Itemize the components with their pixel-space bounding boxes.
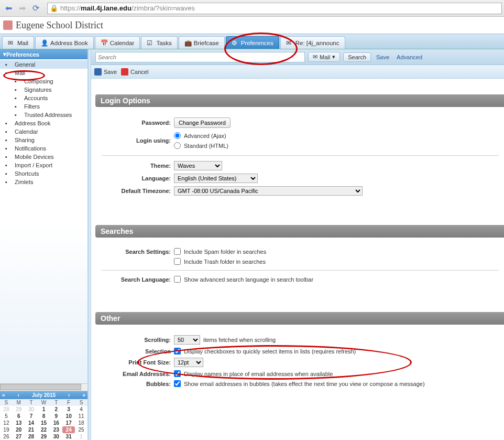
cal-day[interactable]: 25 <box>75 426 87 433</box>
search-button[interactable]: Search <box>343 52 371 62</box>
cal-day[interactable]: 30 <box>25 406 38 413</box>
save-toolbar: Save Cancel <box>91 65 504 79</box>
cal-day[interactable]: 11 <box>75 413 87 420</box>
bubbles-checkbox[interactable] <box>174 380 181 387</box>
tree-icon: ▪ <box>5 128 13 135</box>
tab-briefcase[interactable]: 💼Briefcase <box>179 36 225 49</box>
sidebar-hscrollbar[interactable] <box>0 383 87 391</box>
cal-day[interactable]: 4 <box>75 406 87 413</box>
tree-label: Mail <box>15 70 25 76</box>
cal-day[interactable]: 24 <box>62 426 75 433</box>
tab-address-book[interactable]: 👤Address Book <box>35 36 94 49</box>
login-standard-radio[interactable] <box>174 142 181 149</box>
tab-tasks[interactable]: ☑Tasks <box>141 36 177 49</box>
cancel-button[interactable]: Cancel <box>121 68 148 76</box>
tab-calendar[interactable]: 📅Calendar <box>95 36 140 49</box>
theme-select[interactable]: Waves <box>174 161 222 170</box>
calendar-grid: SMTWTFS 28293012345678910111213141516171… <box>0 399 87 440</box>
display-names-checkbox[interactable] <box>174 370 181 377</box>
cal-day[interactable]: 12 <box>0 420 13 426</box>
sidebar-item-address-book[interactable]: ▪Address Book <box>0 119 87 127</box>
search-scope-button[interactable]: ✉Mail▾ <box>308 52 340 62</box>
include-trash-checkbox[interactable] <box>174 258 181 265</box>
tab-message[interactable]: ✉Re: [4j_announc <box>280 36 345 49</box>
sidebar-item-import-export[interactable]: ▪Import / Export <box>0 161 87 169</box>
cal-day[interactable]: 8 <box>38 413 50 420</box>
search-language-label: Search Language: <box>96 276 174 283</box>
save-search-link[interactable]: Save <box>374 54 391 60</box>
cal-day[interactable]: 18 <box>75 420 87 426</box>
cal-day[interactable]: 28 <box>0 406 13 413</box>
cal-day[interactable]: 29 <box>38 433 50 440</box>
cal-day[interactable]: 17 <box>62 420 75 426</box>
cal-day[interactable]: 22 <box>38 426 50 433</box>
font-size-label: Print Font Size: <box>96 359 174 366</box>
cal-day[interactable]: 2 <box>50 406 62 413</box>
cal-day[interactable]: 10 <box>62 413 75 420</box>
sidebar-item-filters[interactable]: ▪Filters <box>0 102 87 111</box>
panel-login-options: Login Options Password: Change Password … <box>91 94 504 204</box>
cal-prev-year[interactable]: « <box>2 392 5 398</box>
cal-day[interactable]: 16 <box>50 420 62 426</box>
cal-next-month[interactable]: › <box>68 392 70 398</box>
reload-button[interactable]: ⟳ <box>29 2 42 15</box>
sidebar-item-mobile-devices[interactable]: ▪Mobile Devices <box>0 153 87 161</box>
panel-title: Login Options <box>95 94 504 107</box>
cal-day[interactable]: 7 <box>25 413 38 420</box>
sidebar-item-composing[interactable]: ▪Composing <box>0 77 87 85</box>
selection-label: Selection <box>96 348 174 355</box>
sidebar-item-calendar[interactable]: ▪Calendar <box>0 127 87 136</box>
mail-icon: ✉ <box>313 53 317 60</box>
back-button[interactable]: ⬅ <box>2 2 15 15</box>
language-select[interactable]: English (United States) <box>174 174 258 183</box>
cal-prev-month[interactable]: ‹ <box>18 392 19 398</box>
sidebar-item-accounts[interactable]: ▪Accounts <box>0 94 87 102</box>
search-input[interactable] <box>95 52 305 62</box>
tab-mail[interactable]: ✉Mail <box>2 36 34 49</box>
sidebar-item-notifications[interactable]: ▪Notifications <box>0 144 87 153</box>
cal-day[interactable]: 20 <box>13 426 25 433</box>
cal-day[interactable]: 31 <box>62 433 75 440</box>
cal-day[interactable]: 19 <box>0 426 13 433</box>
sidebar-item-shortcuts[interactable]: ▪Shortcuts <box>0 169 87 178</box>
tab-preferences[interactable]: ⚙Preferences <box>226 36 279 49</box>
cal-day[interactable]: 23 <box>50 426 62 433</box>
sidebar-item-mail[interactable]: ▪Mail <box>0 69 87 77</box>
selection-checkbox[interactable] <box>174 348 181 355</box>
advanced-search-link[interactable]: Advanced <box>395 54 424 60</box>
change-password-button[interactable]: Change Password <box>174 117 231 128</box>
cal-day[interactable]: 1 <box>75 433 87 440</box>
cal-day[interactable]: 3 <box>62 406 75 413</box>
cal-day[interactable]: 30 <box>50 433 62 440</box>
scrolling-select[interactable]: 50 <box>174 335 200 345</box>
cal-day[interactable]: 28 <box>25 433 38 440</box>
cal-day[interactable]: 15 <box>38 420 50 426</box>
sidebar-item-general[interactable]: ▪General <box>0 60 87 69</box>
cal-day[interactable]: 13 <box>13 420 25 426</box>
show-adv-search-checkbox[interactable] <box>174 276 181 283</box>
cal-day[interactable]: 6 <box>13 413 25 420</box>
pref-scroll[interactable]: Login Options Password: Change Password … <box>91 79 504 440</box>
cal-day[interactable]: 14 <box>25 420 38 426</box>
cal-next-year[interactable]: » <box>82 392 85 398</box>
cal-day[interactable]: 1 <box>38 406 50 413</box>
sidebar-item-trusted-addresses[interactable]: ▪Trusted Addresses <box>0 111 87 119</box>
cal-day[interactable]: 5 <box>0 413 13 420</box>
cal-dow: T <box>25 399 38 406</box>
sidebar-item-zimlets[interactable]: ▪Zimlets <box>0 178 87 186</box>
cal-day[interactable]: 9 <box>50 413 62 420</box>
save-button[interactable]: Save <box>94 68 117 76</box>
cal-day[interactable]: 29 <box>13 406 25 413</box>
sidebar-item-sharing[interactable]: ▪Sharing <box>0 136 87 144</box>
cal-day[interactable]: 21 <box>25 426 38 433</box>
timezone-select[interactable]: GMT -08:00 US/Canada Pacific <box>174 186 363 196</box>
cal-day[interactable]: 26 <box>0 433 13 440</box>
include-spam-checkbox[interactable] <box>174 248 181 255</box>
forward-button[interactable]: ➡ <box>16 2 28 15</box>
font-size-select[interactable]: 12pt <box>174 358 203 367</box>
message-icon: ✉ <box>286 39 293 47</box>
cal-day[interactable]: 27 <box>13 433 25 440</box>
login-advanced-radio[interactable] <box>174 132 181 139</box>
sidebar-item-signatures[interactable]: ▪Signatures <box>0 85 87 94</box>
url-bar[interactable]: 🔒 https:// mail.4j.lane.edu /zimbra/?ski… <box>47 3 502 14</box>
